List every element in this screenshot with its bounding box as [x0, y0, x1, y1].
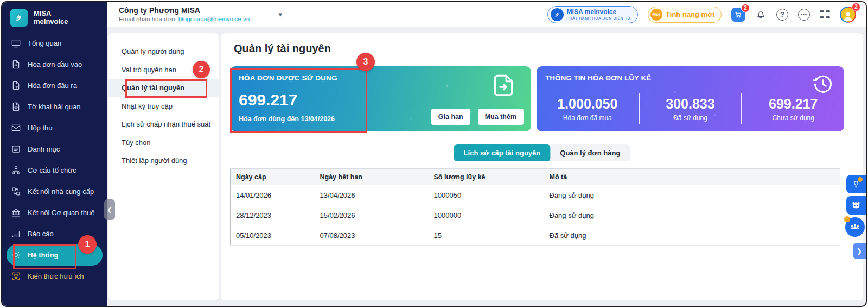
stat-purchased: 1.000.050 Hóa đơn đã mua — [537, 91, 639, 126]
cumulative-invoice-card: THÔNG TIN HÓA ĐƠN LŨY KẾ 1.000.050 Hóa đ… — [537, 66, 844, 131]
catalog-icon — [11, 144, 21, 154]
annotation-step-2: 2 — [193, 61, 210, 78]
stat-remaining-value: 699.217 — [769, 96, 818, 112]
renew-button[interactable]: Gia hạn — [431, 109, 470, 125]
app-window: MISAmeInvoice Tổng quan Hóa đơn đầu vào … — [1, 1, 867, 307]
new-feature-badge[interactable]: Mới Tính năng mới — [648, 7, 722, 23]
top-header: Công ty Phượng MISA Email nhận hóa đơn: … — [107, 2, 866, 27]
sidebar-collapse-handle[interactable]: ❮ — [104, 199, 115, 220]
stat-purchased-label: Hóa đơn đã mua — [563, 114, 612, 122]
new-tag-icon: Mới — [650, 9, 662, 21]
customs-declaration-icon — [11, 102, 21, 112]
usage-card-title: HÓA ĐƠN ĐƯỢC SỬ DỤNG — [239, 74, 337, 82]
report-icon — [11, 229, 21, 239]
usage-card-note: Hóa đơn dùng đến 13/04/2026 — [239, 115, 335, 123]
people-group-icon — [850, 222, 860, 232]
company-email-link[interactable]: blogcuaca@meinvoice.vn — [178, 16, 250, 22]
widget-collapse-tab[interactable]: ❯ — [853, 243, 866, 259]
invoice-in-icon — [11, 59, 21, 70]
gear-icon — [11, 250, 21, 260]
invoice-out-icon — [11, 80, 21, 91]
avatar-count-badge: 2 — [852, 3, 860, 11]
notifications-button[interactable] — [755, 9, 767, 20]
tips-widget-button[interactable] — [846, 175, 866, 193]
sidebar: MISAmeInvoice Tổng quan Hóa đơn đầu vào … — [2, 2, 107, 306]
sidebar-item-ket-noi-co-quan-thue[interactable]: Kết nối Cơ quan thuế — [2, 202, 107, 223]
stat-used-label: Đã sử dụng — [673, 114, 707, 122]
main-panel: Quản lý tài nguyên HÓA ĐƠN ĐƯỢC SỬ DỤNG … — [221, 33, 863, 300]
new-feature-label: Tính năng mới — [666, 10, 714, 18]
promo-subtitle: PHÁT HÀNH HÓA ĐƠN ĐIỆN TỬ — [567, 16, 631, 20]
question-mark-icon: ? — [780, 10, 784, 18]
assistant-bot-icon — [851, 200, 861, 211]
meinvoice-promo-badge[interactable]: MISA meInvoice PHÁT HÀNH HÓA ĐƠN ĐIỆN TỬ — [547, 6, 638, 23]
resource-tabs: Lịch sử cấp tài nguyên Quản lý đơn hàng — [454, 144, 630, 161]
user-avatar[interactable]: 2 — [840, 7, 856, 23]
notification-dot — [844, 216, 850, 222]
submenu-item-quan-ly-nguoi-dung[interactable]: Quản lý người dùng — [108, 42, 219, 61]
sidebar-item-ket-noi-nha-cung-cap[interactable]: Kết nối nhà cung cấp — [2, 181, 107, 202]
col-header-mo-ta: Mô tả — [544, 169, 841, 185]
more-options-button[interactable]: ⋯ — [798, 9, 810, 21]
invoice-usage-card: HÓA ĐƠN ĐƯỢC SỬ DỤNG 699.217 Hóa đơn dùn… — [230, 66, 531, 131]
knowledge-lightbulb-icon — [11, 271, 21, 281]
submenu-item-tuy-chon[interactable]: Tùy chọn — [108, 134, 219, 152]
stat-remaining-label: Chưa sử dụng — [772, 114, 814, 122]
sidebar-item-tong-quan[interactable]: Tổng quan — [2, 33, 107, 54]
submenu-item-quan-ly-tai-nguyen[interactable]: Quản lý tài nguyên — [108, 79, 219, 97]
supplier-connect-icon — [11, 186, 21, 197]
col-header-so-luong-luy-ke: Số lượng lũy kế — [429, 169, 544, 185]
sidebar-item-kien-thuc-huu-ich[interactable]: Kiến thức hữu ích — [2, 266, 107, 287]
tab-quan-ly-don-hang[interactable]: Quản lý đơn hàng — [550, 144, 630, 161]
sidebar-item-hoa-don-dau-ra[interactable]: Hóa đơn đầu ra — [2, 75, 107, 96]
sidebar-item-hop-thu[interactable]: Hộp thư — [2, 117, 107, 139]
promo-title: MISA meInvoice — [567, 9, 631, 16]
misa-promo-logo-icon — [551, 8, 564, 21]
cart-count-badge: 2 — [741, 4, 750, 12]
sidebar-item-co-cau-to-chuc[interactable]: Cơ cấu tổ chức — [2, 160, 107, 181]
notification-dot — [858, 177, 863, 182]
stat-used-value: 300.833 — [666, 96, 714, 112]
chevron-down-icon[interactable]: ▾ — [278, 10, 282, 18]
brand-name: MISAmeInvoice — [34, 10, 68, 26]
cart-icon — [734, 10, 743, 19]
assistant-widget-button[interactable] — [846, 196, 866, 215]
table-row[interactable]: 14/01/2026 13/04/2026 1000050 Đang sử dụ… — [231, 185, 841, 205]
bell-icon — [755, 9, 767, 20]
usage-card-value: 699.217 — [239, 91, 297, 109]
file-export-icon — [490, 72, 517, 101]
stat-purchased-value: 1.000.050 — [557, 96, 617, 112]
company-selector[interactable]: Công ty Phượng MISA Email nhận hóa đơn: … — [107, 2, 291, 27]
stat-used: 300.833 Đã sử dụng — [640, 91, 742, 126]
annotation-step-1: 1 — [78, 235, 97, 254]
org-structure-icon — [11, 165, 21, 175]
table-row[interactable]: 28/12/2023 15/02/2026 1000000 Đang sử dụ… — [231, 205, 841, 225]
help-button[interactable]: ? — [776, 9, 788, 21]
sidebar-item-danh-muc[interactable]: Danh mục — [2, 139, 107, 160]
company-email-line: Email nhận hóa đơn: blogcuaca@meinvoice.… — [119, 15, 250, 23]
submenu-item-thiet-lap-nguoi-dung[interactable]: Thiết lập người dùng — [108, 152, 219, 170]
submenu-item-nhat-ky-truy-cap[interactable]: Nhật ký truy cập — [108, 97, 219, 116]
resource-history-table: Ngày cấp Ngày hết hạn Số lượng lũy kế Mô… — [230, 168, 840, 246]
submenu-item-lich-su-chap-nhan-thue-suat[interactable]: Lịch sử chấp nhận thuế suất — [108, 115, 219, 134]
sidebar-item-to-khai-hai-quan[interactable]: Tờ khai hải quan — [2, 96, 107, 117]
apps-grid-button[interactable] — [820, 9, 830, 20]
company-name: Công ty Phượng MISA — [119, 6, 250, 16]
col-header-ngay-het-han: Ngày hết hạn — [315, 169, 429, 185]
cart-button[interactable]: 2 — [731, 8, 745, 22]
page-title: Quản lý tài nguyên — [234, 42, 331, 55]
stat-remaining: 699.217 Chưa sử dụng — [742, 91, 844, 126]
sidebar-item-hoa-don-dau-vao[interactable]: Hóa đơn đầu vào — [2, 54, 107, 75]
annotation-step-3: 3 — [356, 53, 375, 71]
buy-more-button[interactable]: Mua thêm — [478, 109, 524, 125]
misa-logo-icon — [10, 9, 28, 27]
community-widget-button[interactable] — [845, 217, 865, 237]
monitor-icon — [11, 38, 21, 48]
cumulative-card-title: THÔNG TIN HÓA ĐƠN LŨY KẾ — [545, 74, 651, 82]
table-row[interactable]: 05/10/2023 07/08/2023 15 Đã sử dụng — [231, 225, 841, 246]
brand-logo[interactable]: MISAmeInvoice — [2, 2, 107, 32]
tab-lich-su-cap-tai-nguyen[interactable]: Lịch sử cấp tài nguyên — [454, 144, 551, 161]
tax-authority-icon — [11, 208, 21, 218]
floating-widget-column: ❯ — [845, 175, 866, 259]
col-header-ngay-cap: Ngày cấp — [231, 169, 315, 185]
